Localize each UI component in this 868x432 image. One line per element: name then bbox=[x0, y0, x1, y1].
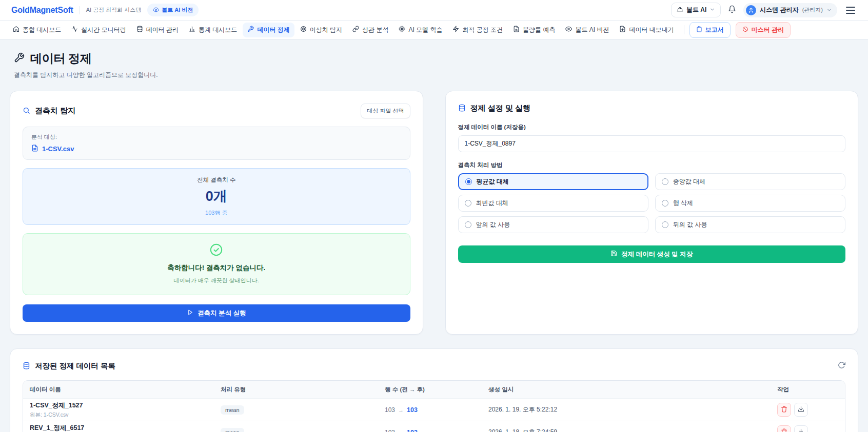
page-title: 데이터 정제 bbox=[30, 51, 92, 67]
database-icon bbox=[136, 26, 143, 34]
vision-badge-label: 볼트 AI 비전 bbox=[162, 6, 193, 14]
download-button[interactable] bbox=[794, 403, 808, 417]
select-target-file-button[interactable]: 대상 파일 선택 bbox=[361, 104, 410, 118]
success-title: 축하합니다! 결측치가 없습니다. bbox=[28, 263, 405, 273]
nav-label: 볼트 AI 비전 bbox=[575, 26, 609, 34]
nav-item-defect-prediction[interactable]: 불량률 예측 bbox=[508, 23, 560, 37]
analysis-target-box: 분석 대상: 1-CSV.csv bbox=[23, 127, 410, 160]
zap-icon bbox=[452, 26, 459, 34]
nav-item-ai-training[interactable]: AI 모델 학습 bbox=[394, 23, 447, 37]
nav-item-bolt-ai-vision[interactable]: 볼트 AI 비전 bbox=[561, 23, 614, 37]
save-cleansed-data-button[interactable]: 정제 데이터 생성 및 저장 bbox=[458, 245, 846, 263]
header-divider bbox=[80, 6, 80, 14]
search-icon bbox=[23, 107, 30, 116]
delete-button[interactable] bbox=[777, 403, 791, 417]
link-icon bbox=[352, 26, 359, 34]
dataset-source: 원본: 1-CSV.csv bbox=[30, 412, 214, 419]
method-option-label: 앞의 값 사용 bbox=[476, 220, 510, 229]
master-admin-button[interactable]: 마스터 관리 bbox=[736, 22, 791, 38]
saved-data-list-card: 저장된 정제 데이터 목록 데이터 이름 처리 유형 행 수 (전 → 후) 생… bbox=[10, 348, 858, 432]
nav-item-data-cleansing[interactable]: 데이터 정제 bbox=[243, 23, 294, 37]
eye-icon bbox=[153, 7, 159, 14]
dataset-name: REV_1_정제_6517 bbox=[30, 424, 214, 432]
cpu-icon bbox=[399, 26, 405, 34]
download-button[interactable] bbox=[794, 425, 808, 432]
bell-icon bbox=[728, 5, 736, 15]
method-option-ffill[interactable]: 앞의 값 사용 bbox=[458, 216, 648, 233]
main-nav: 종합 대시보드 실시간 모니터링 데이터 관리 통계 대시보드 데이터 정제 이… bbox=[0, 20, 868, 39]
nav-label: 이상치 탐지 bbox=[310, 26, 342, 34]
table-header-row: 데이터 이름 처리 유형 행 수 (전 → 후) 생성 일시 작업 bbox=[23, 381, 845, 398]
method-label: 결측치 처리 방법 bbox=[458, 161, 846, 169]
rows-before: 103 bbox=[385, 406, 395, 414]
method-option-label: 평균값 대체 bbox=[477, 177, 509, 186]
file-export-icon bbox=[619, 26, 626, 34]
cleansing-settings-card: 정제 설정 및 실행 정제 데이터 이름 (저장용) 결측치 처리 방법 평균값… bbox=[445, 91, 859, 335]
vision-badge[interactable]: 볼트 AI 비전 bbox=[147, 4, 199, 16]
run-analysis-button[interactable]: 결측치 분석 실행 bbox=[23, 304, 410, 322]
trash-icon bbox=[781, 428, 787, 432]
target-file-link[interactable]: 1-CSV.csv bbox=[31, 145, 402, 153]
success-subtitle: 데이터가 매우 깨끗한 상태입니다. bbox=[28, 277, 405, 284]
user-name: 시스템 관리자 bbox=[760, 6, 798, 14]
method-option-bfill[interactable]: 뒤의 값 사용 bbox=[655, 216, 845, 233]
stat-sub: 103행 중 bbox=[28, 209, 405, 217]
table-row: REV_1_정제_6517 원본: REV_1.xlsx mean 103 → … bbox=[23, 421, 845, 432]
hardhat-icon bbox=[677, 6, 683, 14]
nav-label: 최적 공정 조건 bbox=[462, 26, 503, 34]
nav-item-data-management[interactable]: 데이터 관리 bbox=[132, 23, 183, 37]
report-button[interactable]: 보고서 bbox=[689, 22, 731, 38]
bar-chart-icon bbox=[189, 26, 195, 34]
top-header: GoldMagnetSoft AI 공정 최적화 시스템 볼트 AI 비전 볼트… bbox=[0, 0, 868, 20]
database-icon bbox=[458, 104, 466, 113]
nav-item-stats-dashboard[interactable]: 통계 대시보드 bbox=[184, 23, 242, 37]
user-menu[interactable]: 시스템 관리자 (관리자) bbox=[743, 3, 837, 17]
menu-icon[interactable] bbox=[844, 5, 857, 15]
col-type: 처리 유형 bbox=[214, 386, 378, 394]
radio-icon bbox=[662, 178, 668, 185]
method-option-mode[interactable]: 최빈값 대체 bbox=[458, 195, 648, 212]
notifications-button[interactable] bbox=[728, 5, 736, 15]
dataset-name-input[interactable] bbox=[458, 135, 846, 152]
method-options: 평균값 대체 중앙값 대체 최빈값 대체 행 삭제 앞의 값 사용 bbox=[458, 173, 846, 233]
nav-item-optimal-conditions[interactable]: 최적 공정 조건 bbox=[448, 23, 507, 37]
method-option-drop-row[interactable]: 행 삭제 bbox=[655, 195, 845, 212]
nav-item-monitoring[interactable]: 실시간 모니터링 bbox=[67, 23, 130, 37]
radio-icon bbox=[465, 178, 472, 185]
stat-label: 전체 결측치 수 bbox=[28, 176, 405, 184]
refresh-icon bbox=[838, 361, 845, 371]
method-option-mean[interactable]: 평균값 대체 bbox=[458, 173, 648, 190]
target-file-name: 1-CSV.csv bbox=[42, 145, 74, 153]
settings-card-title: 정제 설정 및 실행 bbox=[470, 104, 531, 113]
method-option-median[interactable]: 중앙값 대체 bbox=[655, 173, 845, 190]
nav-item-dashboard[interactable]: 종합 대시보드 bbox=[8, 23, 66, 37]
radio-icon bbox=[662, 221, 668, 228]
delete-button[interactable] bbox=[777, 425, 791, 432]
bolt-ai-label: 볼트 AI bbox=[686, 6, 706, 14]
col-actions: 작업 bbox=[771, 386, 845, 394]
wrench-icon bbox=[247, 26, 254, 34]
file-icon bbox=[31, 145, 38, 153]
avatar bbox=[746, 5, 756, 15]
app-logo[interactable]: GoldMagnetSoft bbox=[11, 6, 73, 15]
system-subtitle: AI 공정 최적화 시스템 bbox=[86, 6, 142, 14]
nav-item-anomaly-detection[interactable]: 이상치 탐지 bbox=[295, 23, 347, 37]
radio-icon bbox=[465, 200, 471, 207]
refresh-button[interactable] bbox=[838, 361, 845, 371]
run-analysis-label: 결측치 분석 실행 bbox=[198, 309, 246, 318]
rows-after: 103 bbox=[407, 429, 418, 432]
rows-before: 103 bbox=[385, 429, 395, 432]
page-subtitle: 결측치를 탐지하고 다양한 알고리즘으로 보정합니다. bbox=[14, 71, 854, 79]
nav-label: AI 모델 학습 bbox=[408, 26, 442, 34]
arrow-right-icon: → bbox=[398, 407, 404, 413]
detection-card-title: 결측치 탐지 bbox=[35, 106, 75, 116]
save-cleansed-label: 정제 데이터 생성 및 저장 bbox=[621, 250, 693, 259]
nav-item-data-export[interactable]: 데이터 내보내기 bbox=[615, 23, 678, 37]
method-option-label: 행 삭제 bbox=[673, 199, 693, 208]
report-button-label: 보고서 bbox=[705, 26, 724, 34]
nav-label: 실시간 모니터링 bbox=[81, 26, 126, 34]
nav-label: 불량률 예측 bbox=[523, 26, 555, 34]
created-date: 2026. 1. 18. 오후 7:24:59 bbox=[482, 428, 771, 432]
nav-item-correlation[interactable]: 상관 분석 bbox=[348, 23, 393, 37]
bolt-ai-dropdown[interactable]: 볼트 AI bbox=[671, 3, 721, 17]
